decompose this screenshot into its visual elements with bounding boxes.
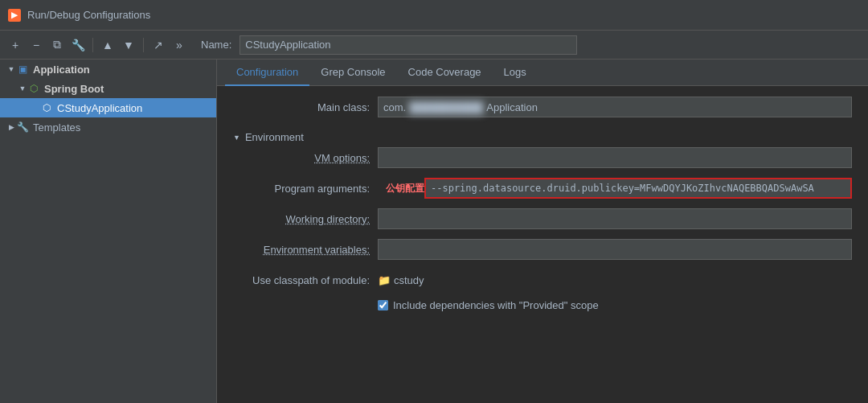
program-args-label: Program arguments:	[233, 183, 378, 195]
expand-application-icon: ▼	[6, 64, 16, 74]
vm-options-row: VM options:	[233, 146, 852, 169]
tab-bar: Configuration Grep Console Code Coverage…	[217, 60, 868, 86]
main-class-row: Main class: com. ██████████ Application	[233, 96, 852, 118]
vm-options-input[interactable]	[378, 147, 852, 168]
env-vars-label: Environment variables:	[233, 244, 378, 256]
program-args-row: Program arguments: 公钥配置	[233, 177, 852, 199]
name-label: Name:	[201, 39, 231, 51]
expand-env-icon: ▼	[233, 134, 240, 142]
title-bar: ▶ Run/Debug Configurations	[0, 0, 868, 31]
move-down-button[interactable]: ▼	[120, 36, 137, 54]
classpath-row: Use classpath of module: 📁 cstudy	[233, 269, 852, 291]
content-panel: Configuration Grep Console Code Coverage…	[217, 60, 868, 403]
vm-options-label: VM options:	[233, 152, 378, 164]
main-class-label: Main class:	[233, 101, 378, 113]
module-value: 📁 cstudy	[378, 273, 852, 286]
program-args-input[interactable]	[424, 178, 852, 199]
name-input[interactable]	[240, 35, 577, 55]
expand-templates-icon: ▶	[6, 122, 16, 132]
sidebar: ▼ ▣ Application ▼ ⬡ Spring Boot ⬡ CStudy…	[0, 60, 217, 403]
copy-button[interactable]: ⧉	[48, 36, 66, 54]
sidebar-item-templates-label: Templates	[33, 121, 80, 134]
edit-button[interactable]: 🔧	[69, 36, 87, 54]
tab-logs[interactable]: Logs	[493, 60, 538, 86]
toolbar: + − ⧉ 🔧 ▲ ▼ ↗ » Name:	[0, 31, 868, 60]
separator-1	[92, 38, 93, 52]
move-up-button[interactable]: ▲	[99, 36, 117, 54]
tab-grep-console[interactable]: Grep Console	[309, 60, 396, 86]
include-deps-row: Include dependencies with "Provided" sco…	[233, 299, 852, 311]
app-icon: ▶	[8, 9, 21, 22]
main-class-prefix: com.	[383, 101, 406, 113]
sidebar-item-cstudy[interactable]: ⬡ CStudyApplication	[0, 98, 216, 117]
tab-configuration[interactable]: Configuration	[225, 60, 309, 86]
include-deps-label: Include dependencies with "Provided" sco…	[393, 299, 599, 311]
environment-label: Environment	[245, 131, 304, 143]
include-deps-checkbox[interactable]	[378, 300, 388, 310]
sidebar-item-spring-boot[interactable]: ▼ ⬡ Spring Boot	[0, 79, 216, 98]
window-title: Run/Debug Configurations	[27, 9, 150, 21]
separator-2	[143, 38, 144, 52]
remove-button[interactable]: −	[27, 36, 45, 54]
more-button[interactable]: »	[170, 36, 188, 54]
sidebar-item-application[interactable]: ▼ ▣ Application	[0, 60, 216, 79]
working-dir-input[interactable]	[378, 208, 852, 229]
program-args-annotation: 公钥配置	[386, 182, 424, 195]
sidebar-item-application-label: Application	[33, 64, 90, 76]
main-class-value: com. ██████████ Application	[378, 97, 852, 117]
sidebar-item-cstudy-label: CStudyApplication	[57, 102, 142, 114]
tab-code-coverage[interactable]: Code Coverage	[397, 60, 493, 86]
main-class-blurred: ██████████	[409, 101, 483, 113]
working-dir-label: Working directory:	[233, 213, 378, 225]
main-layout: ▼ ▣ Application ▼ ⬡ Spring Boot ⬡ CStudy…	[0, 60, 868, 403]
environment-section[interactable]: ▼ Environment	[233, 126, 852, 146]
env-vars-input[interactable]	[378, 239, 852, 260]
expand-cstudy-icon	[31, 103, 40, 113]
env-vars-row: Environment variables:	[233, 238, 852, 261]
working-dir-row: Working directory:	[233, 208, 852, 230]
module-name: cstudy	[394, 274, 424, 286]
main-class-suffix: Application	[486, 101, 538, 113]
share-button[interactable]: ↗	[149, 36, 167, 54]
expand-spring-boot-icon: ▼	[18, 84, 27, 93]
add-button[interactable]: +	[6, 36, 24, 54]
application-icon: ▣	[16, 63, 29, 76]
classpath-label: Use classpath of module:	[233, 274, 378, 286]
sidebar-item-spring-boot-label: Spring Boot	[44, 83, 104, 95]
module-icon: 📁	[378, 273, 391, 286]
form-area: Main class: com. ██████████ Application …	[217, 86, 868, 403]
spring-boot-icon: ⬡	[27, 82, 40, 95]
templates-icon: 🔧	[16, 121, 29, 134]
cstudy-icon: ⬡	[40, 101, 53, 114]
sidebar-item-templates[interactable]: ▶ 🔧 Templates	[0, 117, 216, 137]
